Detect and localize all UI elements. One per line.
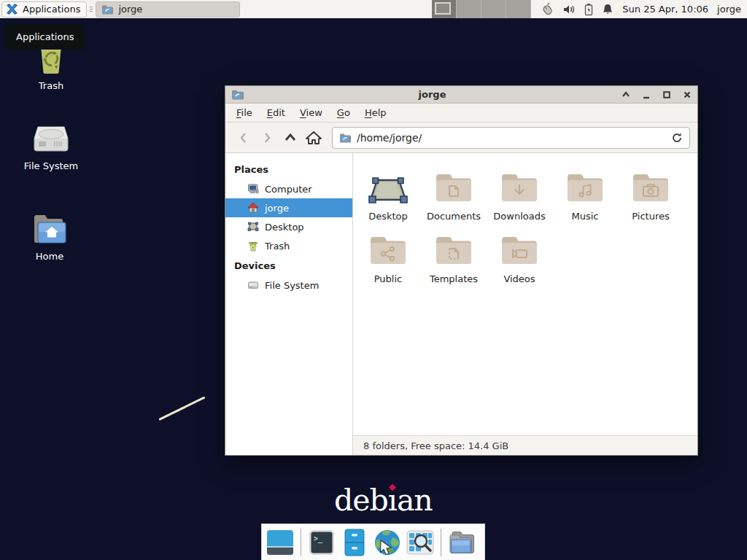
home-button[interactable] [303,127,325,149]
user-home-icon [247,202,259,214]
sidebar-item-file-system[interactable]: File System [225,276,352,295]
workspace-window-preview [435,2,451,15]
sidebar-item-desktop[interactable]: Desktop [225,217,352,236]
panel-handle[interactable] [90,7,93,12]
terminal-button[interactable]: >_ [308,529,336,556]
maximize-button[interactable] [662,90,671,99]
path-bar[interactable]: /home/jorge/ [332,127,690,149]
menu-file[interactable]: File [230,105,259,120]
applications-tooltip: Applications [5,24,85,50]
menubar: File Edit View Go Help [225,104,697,122]
up-button[interactable] [279,127,301,149]
file-cabinet-icon [344,529,365,556]
app-finder-button[interactable] [406,529,434,556]
file-label: Music [572,211,599,222]
file-item-downloads[interactable]: Downloads [487,160,552,222]
workspace-2[interactable] [457,0,481,18]
battery-icon[interactable] [584,3,594,16]
folder-icon [101,4,113,15]
file-item-desktop[interactable]: Desktop [355,160,421,222]
workspace-1[interactable] [432,0,457,18]
svg-text:>_: >_ [314,534,323,543]
volume-icon[interactable] [562,3,576,16]
downloads-folder-icon [500,171,539,204]
path-text[interactable]: /home/jorge/ [357,132,422,144]
toolbar: /home/jorge/ [225,122,697,153]
debian-logo: debıan [334,483,433,518]
titlebar[interactable]: jorge [225,86,697,104]
workspace-3[interactable] [481,0,506,18]
dock-separator [301,529,301,556]
web-browser-globe-icon [374,529,401,556]
panel-username[interactable]: jorge [717,4,741,15]
file-label: Public [374,273,402,284]
pictures-folder-icon [631,171,670,204]
file-item-videos[interactable]: Videos [487,223,552,284]
videos-folder-icon [500,233,539,267]
pathbar-folder-icon [339,133,351,143]
show-desktop-button[interactable] [266,529,294,556]
forward-button[interactable] [256,127,278,149]
bell-icon[interactable] [602,3,614,16]
menu-edit[interactable]: Edit [260,105,292,120]
sidebar-item-computer[interactable]: Computer [225,179,352,198]
menu-help[interactable]: Help [358,105,393,120]
sidebar: Places Computer jorge [225,153,353,455]
file-label: Desktop [368,211,408,222]
drive-icon [247,279,259,291]
dock-separator [441,529,441,556]
file-item-music[interactable]: Music [552,160,618,222]
desktop-icon-label: File System [24,160,78,171]
desktop-icon [247,221,259,233]
file-item-documents[interactable]: Documents [421,160,487,222]
home-folder-icon [31,213,68,245]
statusbar: 8 folders, Free space: 14.4 GiB [353,435,697,455]
sidebar-item-trash[interactable]: Trash [225,236,352,255]
desktop-icon-home[interactable]: Home [15,213,85,262]
file-manager-folder-icon [448,529,476,556]
mouse-icon[interactable] [540,3,554,16]
music-folder-icon [565,171,605,204]
reload-button[interactable] [671,132,683,144]
file-label: Documents [427,211,481,222]
window-folder-icon [231,89,244,100]
terminal-icon: >_ [309,529,335,556]
top-panel: Applications jorge [0,0,747,18]
desktop-icon-label: Trash [39,80,63,91]
shade-button[interactable] [621,90,630,99]
file-item-pictures[interactable]: Pictures [618,160,684,222]
sidebar-item-jorge[interactable]: jorge [225,198,352,217]
desktop-icon-label: Home [36,251,63,262]
show-desktop-icon [266,529,294,556]
bottom-dock: >_ [261,524,485,560]
file-manager-window: jorge File Edit View Go Help [225,85,698,456]
documents-folder-icon [434,171,473,204]
back-button[interactable] [233,127,255,149]
home-icon [306,131,322,145]
file-grid: Desktop Documents [353,153,697,435]
public-folder-icon [368,233,408,267]
menu-view[interactable]: View [293,105,329,120]
trash-small-icon [247,240,259,252]
file-item-templates[interactable]: Templates [421,223,487,284]
window-title: jorge [244,89,621,100]
computer-icon [247,183,259,195]
stray-line-artifact [158,396,205,420]
statusbar-text: 8 folders, Free space: 14.4 GiB [363,440,508,451]
desktop-icon-filesystem[interactable]: File System [16,124,86,171]
menu-go[interactable]: Go [330,105,357,120]
hard-drive-icon [33,124,69,155]
templates-folder-icon [434,233,473,267]
taskbar-window-button[interactable]: jorge [96,1,240,18]
workspace-4[interactable] [506,0,531,18]
close-button[interactable] [682,90,692,99]
web-browser-button[interactable] [374,529,401,556]
applications-menu-button[interactable]: Applications [1,1,87,18]
file-cabinet-button[interactable] [341,529,368,556]
workspace-switcher [432,0,531,18]
minimize-button[interactable] [641,90,651,99]
file-manager-button[interactable] [448,529,476,556]
panel-clock[interactable]: Sun 25 Apr, 10:06 [622,4,708,15]
system-tray [540,3,614,16]
file-item-public[interactable]: Public [355,223,421,284]
